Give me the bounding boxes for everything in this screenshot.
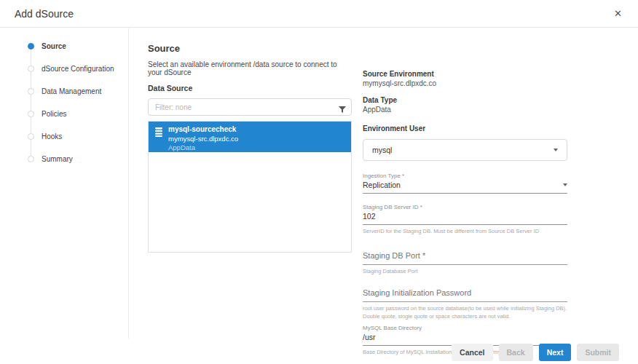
wizard-steps: Source dSource Configuration Data Manage… bbox=[0, 35, 128, 170]
close-icon[interactable]: ✕ bbox=[614, 9, 622, 18]
data-type-info: Data Type AppData bbox=[363, 96, 638, 114]
step-label: dSource Configuration bbox=[42, 65, 114, 73]
step-label: Source bbox=[42, 42, 66, 50]
step-label: Summary bbox=[42, 155, 73, 163]
data-source-list: mysql-sourcecheck mymysql-src.dlpxdc.co … bbox=[148, 121, 352, 253]
staging-db-port-helper: Staging Database Port bbox=[363, 268, 585, 276]
mysql-base-directory-label: MySQL Base Directory bbox=[363, 325, 567, 331]
step-label: Policies bbox=[42, 110, 66, 118]
environment-user-value: mysql bbox=[372, 146, 392, 154]
ingestion-type-select[interactable]: Replication bbox=[363, 179, 567, 194]
dialog-title: Add dSource bbox=[15, 8, 74, 20]
step-dot-icon bbox=[28, 133, 34, 140]
dialog-body: Source dSource Configuration Data Manage… bbox=[0, 28, 638, 364]
submit-button[interactable]: Submit bbox=[577, 344, 619, 361]
step-dot-icon bbox=[28, 66, 34, 72]
source-environment-label: Source Environment bbox=[363, 70, 638, 78]
environment-user-label: Environment User bbox=[363, 124, 638, 132]
environment-user-select[interactable]: mysql bbox=[363, 139, 567, 161]
filter-funnel-icon[interactable] bbox=[339, 103, 346, 116]
staging-db-port-field: Staging DB Port * Staging Database Port bbox=[363, 251, 567, 276]
data-source-type: AppData bbox=[168, 143, 238, 152]
database-icon bbox=[155, 127, 162, 140]
source-environment-value: mymysql-src.dlpxdc.co bbox=[363, 79, 638, 87]
filter-input[interactable] bbox=[148, 98, 352, 116]
ingestion-type-label: Ingestion Type * bbox=[363, 173, 567, 179]
chevron-down-icon bbox=[554, 149, 558, 151]
step-dot-icon bbox=[28, 88, 34, 95]
footer-actions: Cancel Back Next Submit bbox=[452, 344, 619, 361]
step-dsource-configuration[interactable]: dSource Configuration bbox=[0, 58, 128, 80]
source-environment-info: Source Environment mymysql-src.dlpxdc.co bbox=[363, 70, 638, 87]
step-policies[interactable]: Policies bbox=[0, 103, 128, 125]
ingestion-type-value: Replication bbox=[363, 181, 401, 189]
step-hooks[interactable]: Hooks bbox=[0, 125, 128, 148]
step-label: Hooks bbox=[42, 132, 62, 141]
step-dot-icon bbox=[28, 43, 34, 50]
ingestion-type-field: Ingestion Type * Replication bbox=[363, 173, 567, 194]
staging-init-password-input[interactable]: Staging Initialization Password bbox=[363, 288, 567, 302]
staging-db-server-id-field: Staging DB Server ID * 102 ServerID for … bbox=[363, 204, 567, 236]
source-selection-panel: Source Select an available environment /… bbox=[129, 28, 353, 364]
step-dot-icon bbox=[28, 111, 34, 117]
filter-field bbox=[148, 98, 352, 116]
step-source[interactable]: Source bbox=[0, 35, 128, 58]
step-dot-icon bbox=[28, 156, 34, 162]
plugin-fields: Ingestion Type * Replication Staging DB … bbox=[363, 173, 567, 364]
step-label: Data Management bbox=[42, 87, 101, 95]
page-subtitle: Select an available environment /data so… bbox=[148, 60, 353, 76]
data-source-item-text: mysql-sourcecheck mymysql-src.dlpxdc.co … bbox=[168, 125, 238, 152]
data-source-item-selected[interactable]: mysql-sourcecheck mymysql-src.dlpxdc.co … bbox=[149, 122, 351, 152]
staging-init-password-helper: root user password on the source databas… bbox=[363, 305, 585, 320]
step-summary[interactable]: Summary bbox=[0, 148, 128, 170]
cancel-button[interactable]: Cancel bbox=[452, 344, 492, 361]
data-type-label: Data Type bbox=[363, 96, 638, 104]
staging-db-server-id-helper: ServerID for the Staging DB. Must be dif… bbox=[363, 228, 585, 236]
data-type-value: AppData bbox=[363, 106, 638, 114]
staging-db-server-id-value: 102 bbox=[363, 212, 376, 221]
staging-db-server-id-label: Staging DB Server ID * bbox=[363, 204, 567, 210]
dialog-header: Add dSource ✕ bbox=[0, 0, 638, 28]
back-button[interactable]: Back bbox=[499, 344, 533, 361]
mysql-base-directory-value: /usr bbox=[363, 333, 376, 341]
page-title: Source bbox=[148, 44, 353, 54]
data-source-name: mysql-sourcecheck bbox=[168, 125, 238, 135]
source-details-panel: Source Environment mymysql-src.dlpxdc.co… bbox=[353, 28, 638, 364]
staging-db-port-input[interactable]: Staging DB Port * bbox=[363, 251, 567, 265]
environment-user-field: Environment User mysql bbox=[363, 124, 638, 161]
data-source-environment: mymysql-src.dlpxdc.co bbox=[168, 135, 238, 143]
staging-init-password-field: Staging Initialization Password root use… bbox=[363, 288, 567, 320]
step-data-management[interactable]: Data Management bbox=[0, 80, 128, 103]
next-button[interactable]: Next bbox=[539, 344, 572, 361]
staging-db-server-id-input[interactable]: 102 bbox=[363, 210, 567, 225]
data-source-label: Data Source bbox=[148, 84, 353, 92]
wizard-sidebar: Source dSource Configuration Data Manage… bbox=[0, 28, 129, 339]
chevron-down-icon bbox=[563, 183, 567, 186]
